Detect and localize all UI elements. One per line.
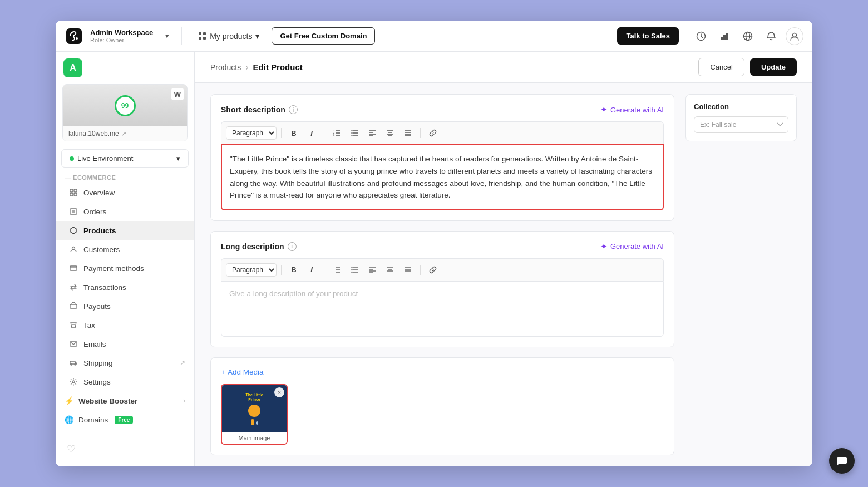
workspace-dropdown-btn[interactable]: ▾ [164,31,170,41]
main-form: Short description i ✦ Generate with AI P… [210,94,674,455]
align-justify-btn[interactable] [400,125,416,141]
sidebar-item-label: Shipping [83,359,113,367]
unordered-list-btn-long[interactable] [347,262,362,278]
short-description-info-icon[interactable]: i [289,105,298,114]
italic-btn[interactable]: I [304,125,319,141]
align-left-btn[interactable] [364,125,380,141]
collection-card: Collection Ex: Fall sale [685,94,797,141]
align-center-btn[interactable] [382,125,398,141]
link-btn-long[interactable] [425,262,441,278]
bell-icon-btn[interactable] [762,27,780,45]
collection-select[interactable]: Ex: Fall sale [694,116,788,133]
svg-point-32 [351,130,352,131]
my-products-nav-btn[interactable]: My products ▾ [193,28,265,44]
link-btn[interactable] [425,125,441,141]
sidebar-bottom: ♡ [56,432,194,466]
update-button[interactable]: Update [750,58,797,76]
media-main-image-label: Main image [222,432,287,444]
bold-btn-long[interactable]: B [286,262,302,278]
heart-icon[interactable]: ♡ [62,439,188,460]
user-avatar-btn[interactable] [786,27,803,45]
sidebar-item-customers[interactable]: Customers [56,240,194,259]
sidebar-item-label: Orders [83,208,106,216]
sidebar-item-domains[interactable]: 🌐 Domains Free [56,410,194,429]
unordered-list-btn[interactable] [347,125,362,141]
lightning-icon: ⚡ [65,396,74,405]
sidebar-item-tax[interactable]: Tax [56,316,194,334]
toolbar-separator [420,128,421,138]
sidebar-item-settings[interactable]: Settings [56,372,194,391]
add-media-btn[interactable]: + Add Media [221,368,263,376]
site-url: laluna.10web.me [68,130,119,137]
align-left-btn-long[interactable] [364,262,380,278]
planet-illustration [248,405,260,417]
free-domain-btn[interactable]: Get Free Custom Domain [272,27,375,45]
toolbar-separator [281,265,282,275]
sidebar-item-products[interactable]: Products [56,221,194,240]
sidebar-item-orders[interactable]: Orders [56,202,194,221]
svg-point-53 [351,267,352,268]
sidebar-item-transactions[interactable]: Transactions [56,278,194,297]
short-description-ai-btn[interactable]: ✦ Generate with AI [600,105,664,115]
talk-to-sales-btn[interactable]: Talk to Sales [617,27,679,45]
italic-btn-long[interactable]: I [304,262,319,278]
sidebar-item-shipping[interactable]: Shipping ↗ [56,353,194,372]
short-description-header: Short description i ✦ Generate with AI [221,105,664,115]
emails-icon [69,340,78,348]
sidebar-item-label: Payouts [83,302,111,311]
toolbar-separator [420,265,421,275]
external-link-icon: ↗ [121,130,126,137]
short-description-content[interactable]: "The Little Prince" is a timeless classi… [221,144,664,210]
env-status-dot [70,156,74,161]
header-divider [181,27,182,45]
short-description-text: "The Little Prince" is a timeless classi… [230,155,652,199]
ordered-list-btn[interactable]: 123 [329,125,344,141]
chart-icon-btn[interactable] [716,27,733,45]
customers-icon [69,245,78,254]
long-description-info-icon[interactable]: i [288,242,297,251]
long-description-content[interactable]: Give a long description of your product [221,281,664,337]
sidebar-item-overview[interactable]: Overview [56,183,194,202]
media-section: + Add Media The LittlePrince [210,357,674,455]
svg-point-36 [351,135,352,136]
sidebar-item-payment-methods[interactable]: Payment methods [56,259,194,278]
sidebar-user-section: A [56,52,194,84]
domains-free-badge: Free [115,416,133,424]
payouts-icon [69,302,78,311]
cancel-button[interactable]: Cancel [698,58,744,76]
svg-rect-13 [74,193,77,196]
media-item-main: The LittlePrince × Main image [221,384,288,445]
chevron-right-icon: › [183,397,185,405]
collection-title: Collection [694,102,788,111]
long-description-ai-btn[interactable]: ✦ Generate with AI [600,242,664,252]
globe-icon-btn[interactable] [739,27,757,45]
app-header: Admin Workspace Role: Owner ▾ My product… [56,21,812,52]
ordered-list-btn-long[interactable] [329,262,344,278]
content-body: Short description i ✦ Generate with AI P… [195,83,812,466]
sidebar-item-website-booster[interactable]: ⚡ Website Booster › [56,391,194,410]
transactions-icon [69,283,78,292]
sidebar-item-emails[interactable]: Emails [56,334,194,353]
svg-point-57 [351,271,352,272]
align-justify-btn-long[interactable] [400,262,416,278]
svg-rect-14 [71,208,76,215]
content-actions: Cancel Update [698,58,797,76]
sidebar-item-label: Products [83,227,116,235]
site-url-bar[interactable]: laluna.10web.me ↗ [63,126,187,141]
tax-icon [69,321,78,329]
user-avatar: A [63,58,82,77]
paragraph-select[interactable]: Paragraph [226,126,277,140]
clock-icon-btn[interactable] [692,27,710,45]
bold-btn[interactable]: B [286,125,302,141]
align-center-btn-long[interactable] [382,262,398,278]
sidebar-item-payouts[interactable]: Payouts [56,297,194,316]
sidebar-item-label: Settings [83,378,111,386]
media-close-btn[interactable]: × [274,387,284,397]
ai-generate-label: Generate with AI [610,106,664,114]
svg-point-9 [793,33,797,37]
paragraph-select-long[interactable]: Paragraph [226,263,277,277]
content-header: Products › Edit Product Cancel Update [195,52,812,83]
environment-selector[interactable]: Live Environment ▾ [61,149,189,168]
domains-label: Domains [78,416,108,424]
breadcrumb-products-link[interactable]: Products [210,63,241,72]
